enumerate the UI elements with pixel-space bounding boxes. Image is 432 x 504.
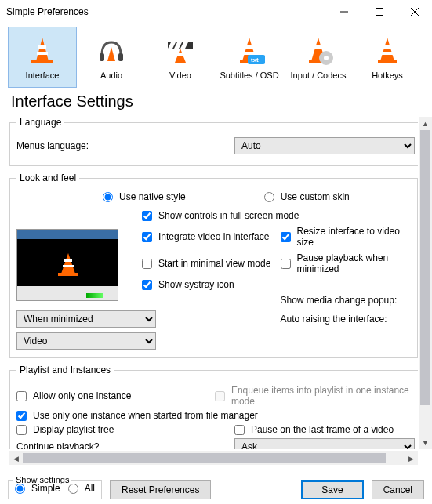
clapper-cone-icon — [165, 34, 196, 66]
auto-raise-select[interactable]: Video — [16, 332, 156, 350]
cone-subtitles-icon: txt — [234, 34, 265, 66]
category-tabs: Interface Audio Video txt Subtitles / OS… — [0, 24, 432, 88]
media-popup-label: Show media change popup: — [281, 295, 412, 306]
scroll-up-icon[interactable]: ▲ — [419, 117, 432, 130]
window-titlebar: Simple Preferences — [0, 0, 432, 24]
scroll-thumb-horizontal[interactable] — [23, 453, 386, 463]
svg-rect-20 — [243, 52, 256, 55]
svg-text:txt: txt — [251, 56, 259, 63]
group-language: Language Menus language: Auto — [9, 117, 418, 166]
check-enqueue-items: Enqueue items into playlist in one insta… — [215, 385, 415, 407]
check-integrate-video[interactable]: Integrate video in interface — [142, 231, 273, 242]
check-start-minimal[interactable]: Start in minimal view mode — [142, 258, 273, 269]
vertical-scrollbar[interactable]: ▲ ▼ — [419, 117, 432, 449]
svg-rect-29 — [378, 60, 397, 63]
scroll-track-horizontal[interactable] — [23, 451, 405, 465]
tab-input-codecs[interactable]: Input / Codecs — [284, 27, 353, 88]
auto-raise-label: Auto raising the interface: — [281, 314, 412, 325]
settings-scrollarea: Language Menus language: Auto Look and f… — [0, 112, 432, 465]
headphones-cone-icon — [96, 34, 127, 66]
check-pause-minimized[interactable]: Pause playback when minimized — [281, 252, 412, 274]
svg-rect-8 — [100, 53, 104, 61]
svg-rect-33 — [58, 273, 78, 276]
svg-rect-34 — [64, 259, 72, 262]
check-show-systray[interactable]: Show systray icon — [142, 279, 411, 290]
svg-rect-6 — [38, 45, 46, 49]
group-playlist-legend: Playlist and Instances — [16, 364, 114, 375]
tab-label: Interface — [26, 71, 60, 80]
tab-subtitles[interactable]: txt Subtitles / OSD — [215, 27, 284, 88]
svg-marker-28 — [380, 38, 394, 61]
check-allow-one-instance[interactable]: Allow only one instance — [16, 390, 209, 401]
group-playlist-instances: Playlist and Instances Allow only one in… — [9, 364, 418, 449]
check-resize-interface[interactable]: Resize interface to video size — [281, 226, 412, 248]
window-title: Simple Preferences — [6, 6, 326, 17]
cone-disc-icon — [303, 34, 334, 66]
scroll-right-icon[interactable]: ▶ — [405, 451, 418, 465]
check-pause-last-frame[interactable]: Pause on the last frame of a video — [234, 424, 394, 435]
tab-hotkeys[interactable]: Hotkeys — [353, 27, 422, 88]
svg-rect-31 — [381, 52, 394, 55]
cancel-button[interactable]: Cancel — [372, 480, 424, 499]
svg-rect-30 — [383, 45, 392, 49]
svg-rect-5 — [31, 60, 53, 63]
reset-preferences-button[interactable]: Reset Preferences — [110, 480, 211, 499]
continue-playback-select[interactable]: Ask — [234, 438, 415, 449]
radio-custom-skin[interactable]: Use custom skin — [264, 191, 350, 202]
window-minimize-button[interactable] — [326, 0, 361, 24]
radio-show-simple[interactable]: Simple — [15, 483, 60, 494]
tab-label: Video — [169, 71, 191, 80]
tab-audio[interactable]: Audio — [77, 27, 146, 88]
footer-bar: Show settings Simple All Reset Preferenc… — [0, 465, 432, 504]
cone-key-icon — [372, 34, 403, 66]
menus-language-select[interactable]: Auto — [234, 137, 415, 154]
save-button[interactable]: Save — [301, 480, 363, 499]
svg-rect-25 — [314, 45, 323, 49]
scroll-thumb[interactable] — [420, 130, 430, 405]
svg-rect-35 — [63, 265, 74, 267]
continue-playback-label: Continue playback? — [16, 441, 228, 449]
check-show-controls-fullscreen[interactable]: Show controls in full screen mode — [142, 210, 411, 221]
tab-video[interactable]: Video — [146, 27, 215, 88]
window-maximize-button[interactable] — [361, 0, 397, 24]
radio-show-all[interactable]: All — [68, 483, 95, 494]
horizontal-scrollbar[interactable]: ◀ ▶ — [9, 451, 418, 465]
menus-language-label: Menus language: — [16, 140, 228, 151]
radio-native-style[interactable]: Use native style — [103, 191, 186, 202]
media-popup-select[interactable]: When minimized — [16, 310, 156, 328]
check-display-playlist-tree[interactable]: Display playlist tree — [16, 424, 228, 435]
scroll-left-icon[interactable]: ◀ — [9, 451, 23, 465]
show-settings-legend: Show settings — [13, 475, 71, 484]
svg-rect-9 — [118, 53, 123, 61]
tab-label: Hotkeys — [372, 71, 403, 80]
tab-label: Input / Codecs — [291, 71, 347, 80]
svg-marker-10 — [107, 47, 115, 61]
group-look-legend: Look and feel — [16, 172, 79, 183]
page-title: Interface Settings — [0, 88, 432, 112]
svg-marker-32 — [61, 253, 75, 274]
tab-label: Audio — [100, 71, 122, 80]
check-one-instance-file-manager[interactable]: Use only one instance when started from … — [16, 410, 258, 421]
tab-interface[interactable]: Interface — [8, 27, 77, 88]
group-look-and-feel: Look and feel Use native style Use custo… — [9, 172, 418, 358]
interface-preview-image — [16, 229, 118, 301]
window-close-button[interactable] — [397, 0, 432, 24]
traffic-cone-icon — [27, 34, 58, 66]
scroll-track[interactable] — [419, 130, 432, 436]
svg-rect-1 — [376, 9, 383, 16]
tab-label: Subtitles / OSD — [220, 71, 278, 80]
scroll-down-icon[interactable]: ▼ — [419, 436, 432, 449]
svg-point-27 — [324, 56, 329, 60]
svg-rect-16 — [177, 53, 183, 56]
show-settings-group: Show settings Simple All — [8, 480, 102, 499]
svg-rect-19 — [245, 45, 254, 49]
svg-rect-7 — [37, 52, 48, 55]
group-language-legend: Language — [16, 117, 64, 128]
svg-marker-4 — [36, 38, 49, 61]
